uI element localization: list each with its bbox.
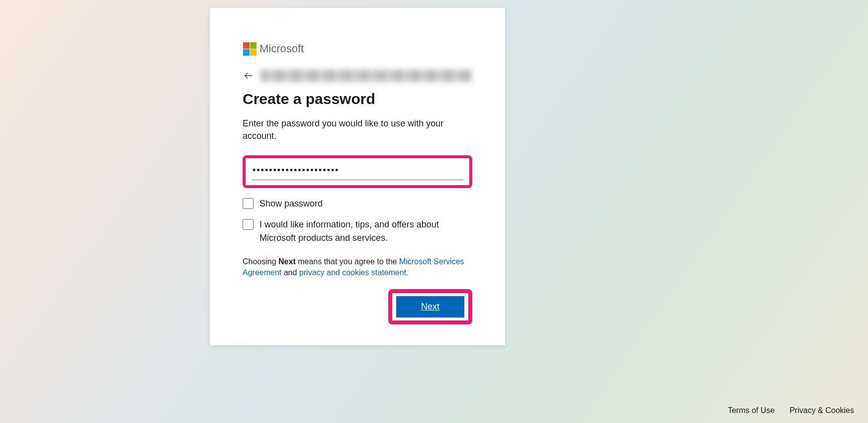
button-row: Next	[243, 289, 472, 324]
footer-links: Terms of Use Privacy & Cookies	[728, 406, 854, 415]
terms-link[interactable]: Terms of Use	[728, 406, 775, 415]
next-button[interactable]: Next	[396, 296, 464, 317]
password-field-highlight	[243, 155, 472, 188]
brand-row: Microsoft	[243, 42, 472, 56]
microsoft-logo-icon	[243, 42, 257, 56]
account-identity-redacted	[260, 70, 472, 82]
signup-card: Microsoft Create a password Enter the pa…	[210, 8, 505, 345]
legal-text: Choosing Next means that you agree to th…	[243, 256, 472, 279]
page-subtitle: Enter the password you would like to use…	[243, 117, 472, 142]
marketing-optin-label: I would like information, tips, and offe…	[260, 218, 472, 244]
show-password-label: Show password	[260, 197, 323, 210]
brand-name: Microsoft	[260, 42, 304, 55]
marketing-optin-checkbox[interactable]	[243, 219, 254, 230]
identity-row	[243, 70, 472, 82]
password-input[interactable]	[252, 163, 463, 180]
back-arrow-icon[interactable]	[243, 70, 255, 82]
show-password-checkbox[interactable]	[243, 198, 254, 209]
privacy-link[interactable]: Privacy & Cookies	[789, 406, 854, 415]
page-title: Create a password	[243, 91, 472, 107]
privacy-statement-link[interactable]: privacy and cookies statement.	[299, 268, 409, 277]
next-button-highlight: Next	[388, 289, 472, 324]
